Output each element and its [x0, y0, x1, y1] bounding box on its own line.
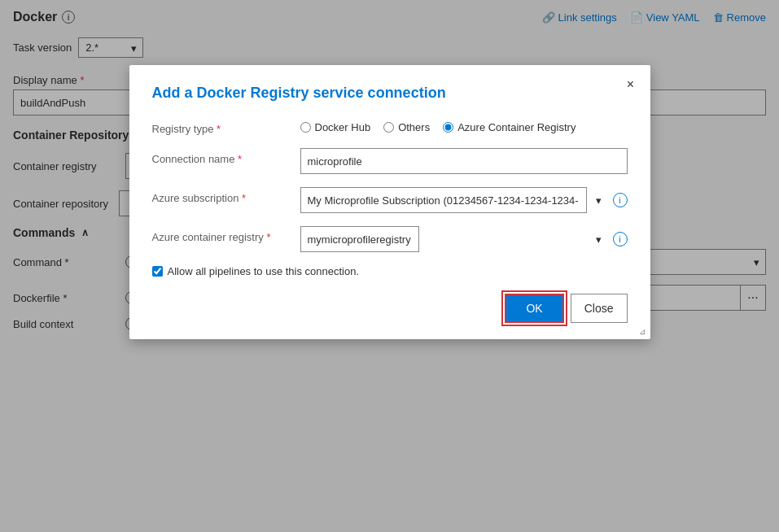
azure-container-registry-select[interactable]: mymicroprofileregistry [300, 226, 419, 252]
azure-subscription-select[interactable]: My Microprofile Subscription (01234567-1… [300, 187, 587, 213]
registry-type-label: Registry type * [152, 118, 291, 135]
radio-acr-label: Azure Container Registry [457, 121, 575, 133]
azure-container-registry-select-wrapper[interactable]: mymicroprofileregistry [300, 226, 608, 252]
radio-others[interactable]: Others [383, 121, 430, 133]
radio-others-input[interactable] [383, 122, 394, 133]
subscription-info-icon[interactable]: i [613, 193, 628, 207]
container-registry-info-icon[interactable]: i [613, 232, 628, 246]
radio-docker-hub-label: Docker Hub [315, 121, 371, 133]
radio-others-label: Others [398, 121, 430, 133]
azure-subscription-group: My Microprofile Subscription (01234567-1… [300, 187, 628, 213]
azure-subscription-label: Azure subscription * [152, 187, 291, 204]
azure-container-registry-group: mymicroprofileregistry i [300, 226, 628, 252]
radio-docker-hub[interactable]: Docker Hub [300, 121, 371, 133]
registry-type-radio-group: Docker Hub Others Azure Container Regist… [300, 118, 628, 133]
connection-name-content [300, 148, 628, 174]
connection-name-row: Connection name * [152, 148, 628, 174]
azure-subscription-row: Azure subscription * My Microprofile Sub… [152, 187, 628, 213]
azure-subscription-content: My Microprofile Subscription (01234567-1… [300, 187, 628, 213]
ok-button[interactable]: OK [505, 294, 563, 323]
close-dialog-button[interactable]: Close [571, 294, 628, 323]
allow-pipelines-row: Allow all pipelines to use this connecti… [152, 265, 628, 277]
modal-dialog: Add a Docker Registry service connection… [129, 65, 650, 339]
radio-acr-input[interactable] [443, 122, 453, 133]
modal-close-button[interactable]: × [621, 75, 641, 94]
azure-subscription-select-wrapper[interactable]: My Microprofile Subscription (01234567-1… [300, 187, 608, 213]
registry-type-row: Registry type * Docker Hub Others Azur [152, 118, 628, 135]
radio-docker-hub-input[interactable] [300, 122, 311, 133]
allow-pipelines-checkbox[interactable] [152, 266, 163, 277]
radio-azure-container-registry[interactable]: Azure Container Registry [443, 121, 575, 133]
registry-type-content: Docker Hub Others Azure Container Regist… [300, 118, 628, 133]
modal-title: Add a Docker Registry service connection [152, 85, 628, 102]
resize-handle[interactable]: ⊿ [639, 328, 647, 336]
connection-name-label: Connection name * [152, 148, 291, 165]
modal-footer: OK Close [152, 294, 628, 323]
azure-container-registry-row: Azure container registry * mymicroprofil… [152, 226, 628, 252]
allow-pipelines-label: Allow all pipelines to use this connecti… [168, 265, 360, 277]
azure-container-registry-content: mymicroprofileregistry i [300, 226, 628, 252]
modal-overlay: Add a Docker Registry service connection… [0, 0, 779, 532]
connection-name-input[interactable] [300, 148, 628, 174]
azure-container-registry-label: Azure container registry * [152, 226, 291, 243]
